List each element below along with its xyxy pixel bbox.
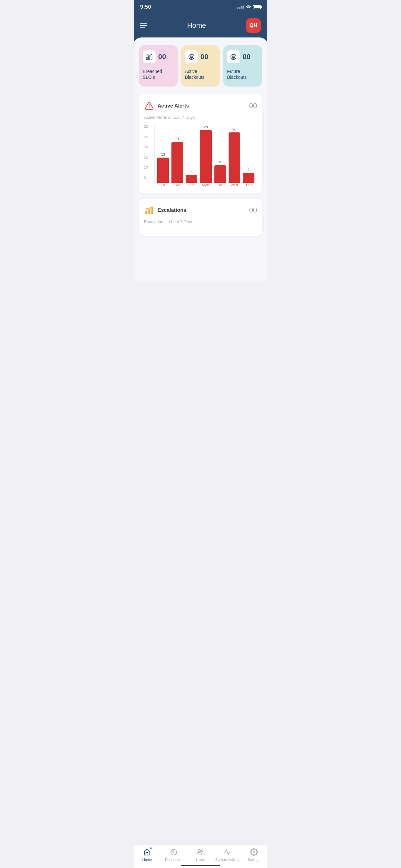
svg-rect-9 <box>145 211 147 214</box>
bar-value: 28 <box>204 125 208 129</box>
active-blackouts-card[interactable]: 00 Active Blackouts <box>181 45 220 87</box>
main-content: 00 Breached SLO's 00 Active Blackouts <box>134 37 267 282</box>
bar-value: 13 <box>161 152 165 156</box>
bar-value: 4 <box>190 170 192 174</box>
bar-group: 13 <box>157 125 169 183</box>
svg-point-4 <box>191 57 192 58</box>
wifi-icon <box>246 5 251 9</box>
bar <box>214 165 226 183</box>
alerts-subtitle: Active Alerts in Last 7 Days <box>144 115 257 120</box>
alerts-title-group: Active Alerts <box>144 101 189 111</box>
svg-rect-0 <box>146 58 148 60</box>
bar-group: 4 <box>186 125 197 183</box>
menu-button[interactable] <box>140 23 147 28</box>
alerts-header: Active Alerts 00 <box>144 101 257 111</box>
active-blackouts-icon <box>185 51 198 63</box>
x-label: Mon <box>200 183 212 187</box>
signal-dots-icon <box>237 5 244 9</box>
x-label: Sun <box>186 183 197 187</box>
bar-group: 9 <box>214 125 226 183</box>
bar-group: 26 <box>228 125 240 183</box>
status-time: 9:50 <box>140 4 151 10</box>
bar-value: 26 <box>233 127 236 131</box>
svg-rect-1 <box>149 56 150 60</box>
chart-bars-area: 13214289265 <box>154 125 257 183</box>
bar <box>172 142 183 183</box>
alerts-chart: 30 25 20 15 10 5 13214289265 FriSatSunMo… <box>144 125 257 187</box>
alert-triangle-icon <box>144 101 154 111</box>
escalations-title-group: Escalations <box>144 205 186 215</box>
status-icons <box>237 5 261 9</box>
battery-icon <box>253 5 261 9</box>
escalations-title: Escalations <box>158 207 186 213</box>
future-blackouts-label: Future Blackouts <box>227 68 258 80</box>
alerts-count: 00 <box>249 102 257 110</box>
x-label: Thu <box>243 183 254 187</box>
breached-slos-card[interactable]: 00 Breached SLO's <box>139 45 178 87</box>
bar <box>228 132 240 183</box>
bar <box>200 130 212 183</box>
active-alerts-card: Active Alerts 00 Active Alerts in Last 7… <box>139 94 262 193</box>
alerts-title: Active Alerts <box>158 103 189 109</box>
svg-point-8 <box>149 107 150 108</box>
svg-rect-11 <box>151 207 153 214</box>
escalations-chart-icon <box>144 205 154 215</box>
bar <box>157 158 169 183</box>
header: Home QH <box>134 13 267 41</box>
future-blackouts-card[interactable]: 00 Future Blackouts <box>223 45 262 87</box>
future-blackouts-value: 00 <box>243 53 250 61</box>
active-blackouts-value: 00 <box>201 53 208 61</box>
avatar-button[interactable]: QH <box>246 18 261 33</box>
breached-slos-label: Breached SLO's <box>143 68 174 80</box>
bar-value: 21 <box>175 137 179 141</box>
bar-value: 9 <box>219 160 221 164</box>
svg-rect-2 <box>151 55 152 60</box>
escalations-header: Escalations 00 <box>144 205 257 215</box>
bar-group: 21 <box>172 125 183 183</box>
breached-slos-icon <box>143 51 156 63</box>
chart-y-labels: 30 25 20 15 10 5 <box>144 125 148 179</box>
escalations-card: Escalations 00 Escalations in Last 7 Day… <box>139 198 262 236</box>
x-label: Wed <box>228 183 240 187</box>
x-label: Tue <box>214 183 226 187</box>
escalations-subtitle: Escalations in Last 7 Days <box>144 219 257 224</box>
active-blackouts-label: Active Blackouts <box>185 68 216 80</box>
chart-x-labels: FriSatSunMonTueWedThu <box>154 183 257 187</box>
status-bar: 9:50 <box>134 0 267 13</box>
x-label: Sat <box>171 183 183 187</box>
bar-group: 5 <box>243 125 254 183</box>
svg-point-6 <box>233 57 235 58</box>
escalations-count: 00 <box>249 206 257 214</box>
future-blackouts-icon <box>227 51 240 63</box>
bar-value: 5 <box>248 168 250 172</box>
bar-group: 28 <box>200 125 212 183</box>
breached-slos-value: 00 <box>158 53 166 61</box>
bar <box>243 173 254 183</box>
x-label: Fri <box>157 183 168 187</box>
summary-cards: 00 Breached SLO's 00 Active Blackouts <box>139 45 262 87</box>
bar <box>186 175 197 183</box>
page-title: Home <box>187 21 206 30</box>
